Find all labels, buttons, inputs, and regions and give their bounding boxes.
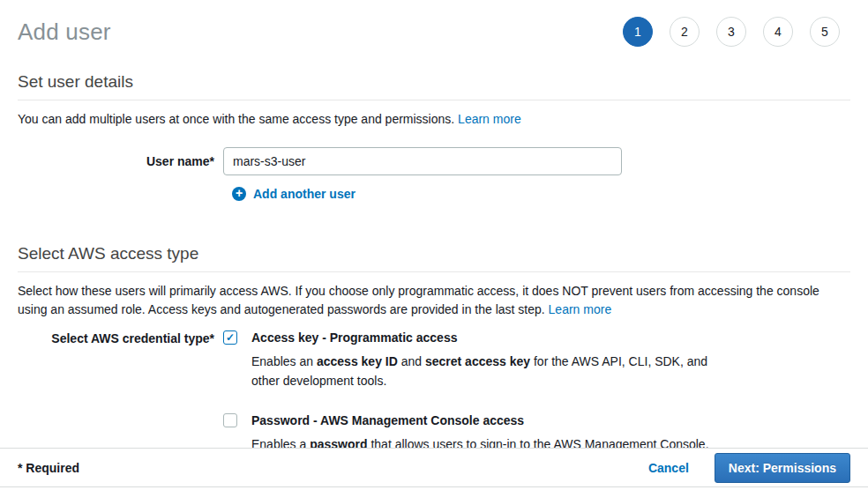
access-key-checkbox[interactable]: ✓ xyxy=(223,330,237,345)
next-permissions-button[interactable]: Next: Permissions xyxy=(715,453,850,483)
credential-type-row: Select AWS credential type* ✓ Access key… xyxy=(18,330,850,454)
user-details-learn-more-link[interactable]: Learn more xyxy=(458,112,521,126)
wizard-footer: * Required Cancel Next: Permissions xyxy=(0,448,868,487)
password-option-title[interactable]: Password - AWS Management Console access xyxy=(251,412,709,428)
page-title: Add user xyxy=(18,19,111,46)
access-type-intro-text: Select how these users will primarily ac… xyxy=(18,284,819,316)
add-another-user-button[interactable]: + Add another user xyxy=(232,187,355,201)
option-access-key: ✓ Access key - Programmatic access Enabl… xyxy=(223,330,737,390)
step-4[interactable]: 4 xyxy=(763,17,793,47)
checkmark-icon: ✓ xyxy=(226,331,235,344)
step-3[interactable]: 3 xyxy=(716,17,746,47)
step-2[interactable]: 2 xyxy=(670,17,700,47)
password-checkbox[interactable] xyxy=(223,413,237,427)
username-row: User name* xyxy=(18,147,850,175)
credential-options: ✓ Access key - Programmatic access Enabl… xyxy=(223,330,737,454)
cancel-button[interactable]: Cancel xyxy=(648,461,689,475)
add-another-user-label: Add another user xyxy=(253,187,355,201)
step-1[interactable]: 1 xyxy=(623,17,653,47)
plus-circle-icon: + xyxy=(232,187,246,201)
step-5[interactable]: 5 xyxy=(810,17,840,47)
access-key-option-description: Enables an access key ID and secret acce… xyxy=(251,352,737,390)
wizard-header: Add user 1 2 3 4 5 xyxy=(0,0,868,49)
required-note: * Required xyxy=(18,461,79,475)
access-type-section: Select AWS access type Select how these … xyxy=(18,244,850,454)
wizard-step-indicator: 1 2 3 4 5 xyxy=(623,17,850,47)
username-input[interactable] xyxy=(223,147,622,175)
access-type-learn-more-link[interactable]: Learn more xyxy=(549,302,612,316)
user-details-intro: You can add multiple users at once with … xyxy=(18,110,850,129)
access-type-heading: Select AWS access type xyxy=(18,244,850,272)
user-details-heading: Set user details xyxy=(18,72,850,100)
footer-actions: Cancel Next: Permissions xyxy=(648,453,850,483)
user-details-intro-text: You can add multiple users at once with … xyxy=(18,112,454,126)
username-label: User name* xyxy=(18,147,223,175)
access-key-option-title[interactable]: Access key - Programmatic access xyxy=(251,330,737,345)
credential-type-label: Select AWS credential type* xyxy=(18,330,223,454)
user-details-section: Set user details You can add multiple us… xyxy=(18,72,850,201)
access-type-intro: Select how these users will primarily ac… xyxy=(18,282,850,319)
